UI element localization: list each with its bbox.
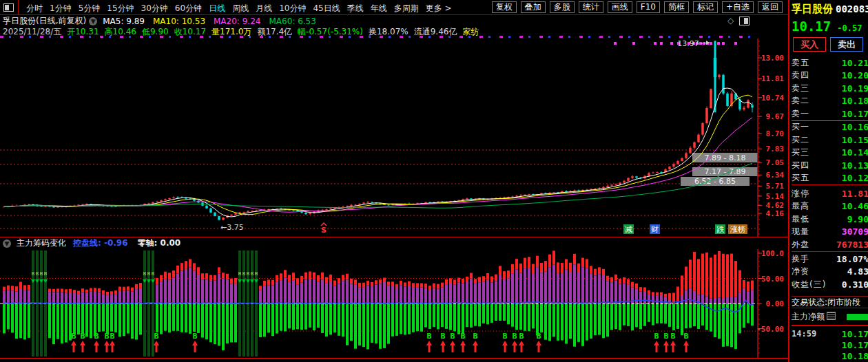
sell-button[interactable]: 卖出 — [830, 37, 863, 52]
tool-button-5[interactable]: 画线 — [608, 1, 632, 13]
bid-label: 买四 — [792, 160, 809, 171]
stat-label: 收益(三) — [792, 279, 826, 290]
ma-line-10 — [4, 95, 752, 215]
svg-text:11.81: 11.81 — [761, 74, 784, 83]
svg-text:减: 减 — [625, 225, 632, 234]
window-icon[interactable] — [3, 3, 14, 12]
tool-button-8[interactable]: 标记 — [693, 1, 718, 13]
ma-label-4: MA60: 6.53 — [269, 17, 316, 26]
svg-text:财: 财 — [651, 225, 659, 234]
tick-list: 14:5910.1710.1710.18 — [792, 328, 868, 361]
tool-button-2[interactable]: 叠加 — [521, 1, 546, 13]
svg-text:B: B — [473, 332, 478, 340]
svg-text:B: B — [152, 271, 155, 277]
list-icon[interactable] — [827, 312, 836, 320]
ask-row: 卖五10.21 — [792, 56, 868, 70]
period-tab-7[interactable]: 日线 — [209, 3, 225, 13]
stat-value: 18.07% — [836, 254, 868, 264]
svg-text:B: B — [154, 332, 159, 340]
period-tab-14[interactable]: 多周期 — [394, 3, 419, 13]
bid-label: 买二 — [792, 134, 809, 146]
split-window-icon[interactable] — [739, 17, 750, 25]
stat-label: 最低 — [792, 213, 809, 225]
svg-text:B: B — [536, 332, 541, 340]
main-flow-bar — [847, 314, 868, 320]
period-tab-3[interactable]: 5分钟 — [79, 3, 101, 13]
ma-label-2: MA10: 10.53 — [153, 17, 205, 26]
period-tab-6[interactable]: 60分钟 — [175, 3, 202, 13]
period-tab-8[interactable]: 周线 — [232, 3, 249, 13]
period-tab-11[interactable]: 45日线 — [313, 3, 340, 13]
tool-button-3[interactable]: 多股 — [550, 1, 575, 13]
period-tab-12[interactable]: 季线 — [347, 3, 364, 13]
stats-block-1: 涨停11.81最高10.46最低9.90现量30709外盘767813 — [792, 187, 868, 252]
period-tab-5[interactable]: 30分钟 — [141, 3, 168, 13]
bid-label: 买三 — [792, 147, 809, 158]
main-flow-row[interactable]: 主力净额 — [792, 310, 868, 323]
tool-button-10[interactable]: 返回 — [758, 1, 783, 13]
period-tab-9[interactable]: 月线 — [256, 3, 272, 13]
svg-text:8.70: 8.70 — [766, 129, 785, 138]
stat-row: 最高10.46 — [792, 200, 868, 213]
diamond-icon[interactable]: ◇ — [727, 16, 734, 25]
stat-value: 11.81 — [842, 189, 868, 199]
tool-button-6[interactable]: F10 — [637, 1, 660, 13]
trade-status: 交易状态:闭市阶段 — [792, 296, 868, 308]
ask-label: 卖五 — [792, 57, 809, 69]
tick-price: 10.17 — [842, 340, 868, 350]
stat-row: 外盘767813 — [792, 238, 868, 251]
svg-text:13.00: 13.00 — [761, 54, 784, 63]
period-menu: 分时1分钟5分钟15分钟30分钟60分钟日线周线月线10分钟45日线季线年线多周… — [23, 1, 455, 14]
order-book: 卖五10.21卖四10.20卖三10.19卖二10.18卖一10.17买一10.… — [792, 56, 868, 185]
svg-text:跌: 跌 — [716, 225, 725, 234]
tool-button-4[interactable]: 统计 — [579, 1, 603, 13]
price-change: -0.57 — [837, 23, 862, 33]
buy-button[interactable]: 买入 — [793, 37, 826, 52]
stat-value: 10.46 — [842, 201, 868, 211]
chevron-down-icon[interactable]: ▼ — [3, 239, 11, 248]
stats-block-2: 换手18.07%净资4.83收益(三)0.310 — [792, 253, 868, 291]
stat-label: 最高 — [792, 200, 809, 212]
svg-text:B: B — [104, 332, 110, 340]
indicator-title: 主力筹码变化 — [17, 237, 66, 249]
period-tab-10[interactable]: 10分钟 — [279, 3, 306, 13]
svg-text:B: B — [36, 271, 39, 277]
ma-label-1: MA5: 9.89 — [103, 17, 145, 26]
tick-row: 10.18 — [792, 350, 868, 361]
period-tab-15[interactable]: 更多 > — [426, 3, 452, 13]
svg-text:10.74: 10.74 — [761, 94, 784, 103]
tool-button-1[interactable]: 复权 — [492, 1, 517, 13]
stock-name: 孚日股份 — [792, 3, 833, 15]
indicator-canvas[interactable]: BBBBBBBBBBBBBBBBBBBBBBBBBBBBBBBB100.050.… — [0, 249, 788, 358]
svg-text:B: B — [80, 332, 85, 340]
svg-text:7.05: 7.05 — [766, 158, 785, 167]
svg-text:B: B — [71, 332, 76, 340]
svg-text:B: B — [251, 271, 254, 277]
tool-button-9[interactable]: +自选 — [722, 1, 754, 13]
stat-label: 现量 — [792, 226, 809, 237]
svg-text:涨榜: 涨榜 — [730, 225, 745, 234]
tick-price: 10.17 — [842, 329, 868, 339]
svg-text:B: B — [460, 332, 466, 340]
ask-price: 10.19 — [842, 83, 868, 94]
stat-value: 9.90 — [847, 214, 868, 224]
period-tab-1[interactable]: 分时 — [26, 3, 43, 13]
chart-header: 孚日股份(日线,前复权) ▼ MA5: 9.89MA10: 10.53MA20:… — [3, 16, 788, 26]
bid-price: 10.15 — [842, 135, 868, 145]
stat-row: 收益(三)0.310 — [792, 278, 868, 291]
main-chart-canvas[interactable]: 7.89 - 8.187.17 - 7.896.52 - 6.8513.97←3… — [0, 39, 788, 237]
period-tab-4[interactable]: 15分钟 — [107, 3, 134, 13]
period-tab-13[interactable]: 年线 — [371, 3, 387, 13]
stat-row: 涨停11.81 — [792, 187, 868, 200]
stat-row: 净资4.83 — [792, 266, 868, 279]
chevron-down-icon[interactable]: ▼ — [89, 17, 97, 25]
tool-button-7[interactable]: 简框 — [664, 1, 689, 13]
svg-text:4.16: 4.16 — [766, 209, 785, 218]
last-price: 10.17 — [792, 19, 831, 34]
svg-text:7.17 - 7.89: 7.17 - 7.89 — [705, 167, 746, 176]
ask-label: 卖一 — [792, 108, 809, 120]
svg-text:B: B — [147, 271, 151, 277]
stat-label: 涨停 — [792, 188, 809, 200]
period-tab-2[interactable]: 1分钟 — [50, 3, 72, 13]
svg-text:B: B — [255, 271, 258, 277]
